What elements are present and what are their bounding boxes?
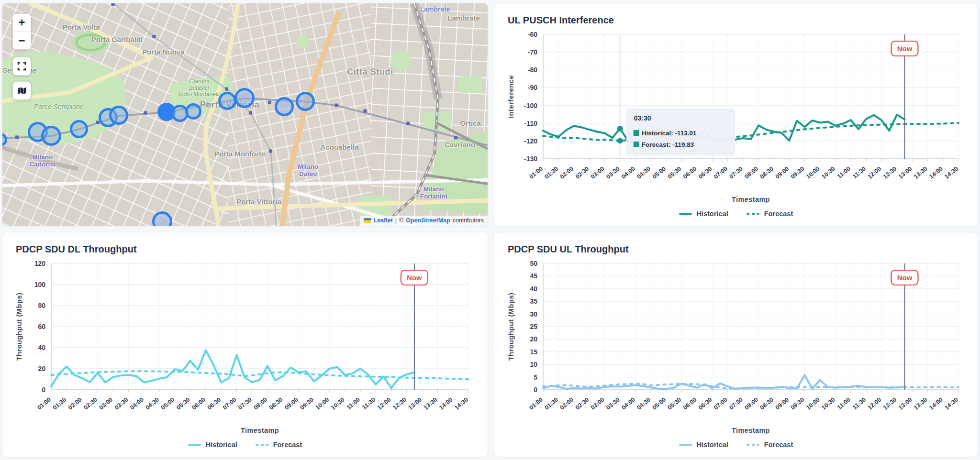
svg-text:03:30: 03:30 (113, 396, 130, 411)
cell-site-marker[interactable] (70, 120, 88, 138)
svg-text:14:00: 14:00 (438, 396, 454, 411)
svg-text:0: 0 (534, 386, 537, 394)
map-attribution: Leaflet | © OpenStreetMap contributors (360, 216, 488, 226)
svg-text:12:30: 12:30 (882, 165, 898, 180)
cell-site-marker[interactable] (296, 92, 315, 111)
svg-text:08:00: 08:00 (744, 165, 760, 180)
chart-title-pdcp-ul: PDCP SDU UL Throughput (508, 244, 971, 255)
svg-text:11:30: 11:30 (361, 396, 377, 411)
svg-text:14:30: 14:30 (943, 396, 959, 411)
svg-text:04:30: 04:30 (635, 396, 652, 411)
svg-text:-60: -60 (528, 31, 537, 38)
svg-text:35: 35 (530, 297, 537, 305)
svg-text:13:30: 13:30 (913, 165, 929, 180)
chart-legend: HistoricalForecast (501, 438, 971, 452)
svg-text:05:30: 05:30 (667, 396, 683, 411)
svg-text:100: 100 (34, 281, 46, 288)
svg-text:02:30: 02:30 (82, 396, 99, 411)
legend-item-forecast[interactable]: Forecast (256, 441, 302, 449)
svg-text:12:30: 12:30 (882, 396, 898, 411)
svg-text:13:00: 13:00 (407, 396, 423, 411)
leaflet-map[interactable]: Porta VoltaPorta GaribaldiPorta NuovaSem… (2, 3, 488, 226)
svg-text:10:00: 10:00 (314, 396, 331, 411)
fullscreen-icon (17, 62, 26, 71)
svg-text:04:30: 04:30 (635, 165, 652, 180)
map-panel: Porta VoltaPorta GaribaldiPorta NuovaSem… (2, 3, 488, 226)
svg-text:02:00: 02:00 (559, 165, 575, 180)
legend-item-forecast[interactable]: Forecast (746, 441, 793, 449)
legend-item-historical[interactable]: Historical (679, 210, 728, 218)
forecast-line-swatch (746, 213, 759, 215)
svg-text:01:30: 01:30 (544, 165, 560, 180)
osm-link[interactable]: OpenStreetMap (406, 217, 450, 224)
y-axis-ticks: 120100806040200 (34, 260, 46, 394)
layers-button[interactable] (12, 81, 31, 100)
pdcp-dl-throughput-chart[interactable]: 12010080604020001:0001:3002:0002:3003:00… (9, 256, 481, 438)
svg-text:06:00: 06:00 (682, 396, 698, 411)
svg-text:09:30: 09:30 (790, 165, 806, 180)
svg-text:20: 20 (38, 365, 45, 372)
historical-line-swatch (679, 444, 692, 446)
svg-text:12:00: 12:00 (867, 396, 883, 411)
pdcp-ul-throughput-chart[interactable]: 5045403530252015105001:0001:3002:0002:30… (501, 256, 971, 438)
zoom-out-button[interactable]: − (13, 32, 31, 49)
cell-site-marker[interactable] (275, 97, 294, 116)
svg-text:-120: -120 (524, 137, 537, 145)
svg-text:06:00: 06:00 (190, 396, 207, 411)
svg-text:11:30: 11:30 (851, 396, 867, 411)
svg-text:14:00: 14:00 (928, 396, 944, 411)
svg-text:08:30: 08:30 (759, 396, 775, 411)
svg-text:11:30: 11:30 (851, 165, 867, 180)
legend-item-historical[interactable]: Historical (679, 441, 728, 449)
cell-site-marker[interactable] (185, 103, 201, 120)
svg-text:5: 5 (534, 373, 537, 381)
svg-text:09:30: 09:30 (299, 396, 315, 411)
svg-text:15: 15 (530, 348, 537, 356)
svg-text:-100: -100 (524, 102, 537, 110)
map-tiles (2, 3, 488, 226)
svg-text:02:30: 02:30 (574, 165, 590, 180)
svg-text:-90: -90 (528, 84, 537, 91)
x-axis-title: Timestamp (732, 196, 770, 203)
ul-pusch-interference-chart[interactable]: -60-70-80-90-100-110-120-13001:0001:3002… (501, 27, 971, 207)
svg-text:02:30: 02:30 (574, 396, 590, 411)
svg-text:12:30: 12:30 (391, 396, 408, 411)
svg-text:50: 50 (530, 260, 537, 267)
x-axis-ticks: 01:0001:3002:0002:3003:0003:3004:0004:30… (36, 390, 469, 411)
x-axis-title: Timestamp (732, 427, 770, 434)
svg-text:01:00: 01:00 (528, 165, 544, 180)
fullscreen-button[interactable] (12, 57, 31, 76)
svg-text:03:00: 03:00 (590, 396, 606, 411)
svg-text:13:00: 13:00 (897, 165, 913, 180)
cell-site-marker[interactable] (218, 92, 236, 110)
cell-site-marker[interactable] (41, 126, 61, 146)
svg-text:11:00: 11:00 (836, 396, 852, 411)
svg-text:02:00: 02:00 (559, 396, 575, 411)
chart-legend: HistoricalForecast (9, 438, 481, 452)
cell-site-marker[interactable] (109, 106, 128, 125)
forecast-line-swatch (746, 444, 759, 446)
forecast-line-swatch (256, 444, 268, 446)
legend-item-forecast[interactable]: Forecast (746, 210, 793, 218)
hover-crosshair (617, 34, 623, 159)
svg-text:Now: Now (407, 274, 422, 282)
svg-text:05:30: 05:30 (175, 396, 191, 411)
dashboard: Porta VoltaPorta GaribaldiPorta NuovaSem… (0, 0, 980, 460)
svg-text:-80: -80 (528, 66, 537, 74)
svg-text:10:00: 10:00 (805, 165, 821, 180)
zoom-in-button[interactable]: + (13, 14, 31, 32)
svg-text:11:00: 11:00 (836, 165, 852, 180)
svg-text:11:00: 11:00 (345, 396, 361, 411)
chart-title-pdcp-dl: PDCP SDU DL Throughput (16, 244, 481, 255)
cell-site-marker[interactable] (234, 88, 255, 108)
chart-legend: HistoricalForecast (501, 207, 971, 221)
svg-text:01:30: 01:30 (52, 396, 68, 411)
y-axis-title: Interference (507, 75, 515, 118)
svg-text:-70: -70 (528, 48, 537, 56)
legend-item-historical[interactable]: Historical (188, 441, 237, 449)
svg-text:04:30: 04:30 (145, 396, 161, 411)
y-axis-ticks: 50454035302520151050 (530, 260, 537, 394)
svg-text:01:00: 01:00 (36, 396, 52, 411)
leaflet-link[interactable]: Leaflet (374, 217, 393, 224)
svg-text:60: 60 (38, 323, 45, 330)
